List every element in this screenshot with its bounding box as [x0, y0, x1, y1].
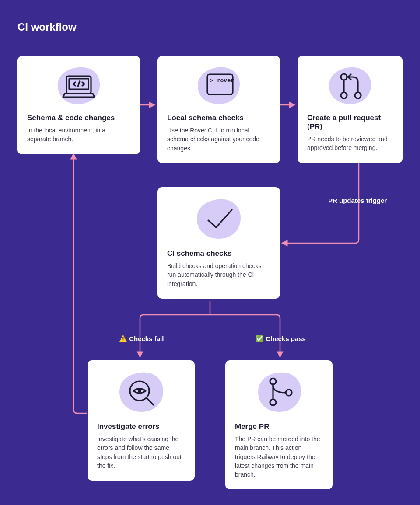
- label-text: Checks pass: [266, 335, 306, 342]
- card-create-pr: Create a pull request (PR) PR needs to b…: [298, 56, 402, 163]
- label-checks-pass: ✅ Checks pass: [256, 335, 306, 343]
- label-pr-trigger: PR updates trigger: [328, 197, 387, 204]
- card-title: Create a pull request (PR): [307, 114, 393, 131]
- rover-text: > rover: [210, 77, 234, 84]
- card-desc: Build checks and operation checks run au…: [167, 261, 270, 288]
- card-desc: PR needs to be reviewed and approved bef…: [307, 135, 393, 153]
- warning-icon: ⚠️: [119, 335, 127, 342]
- label-checks-fail: ⚠️ Checks fail: [119, 335, 164, 343]
- card-title: Merge PR: [235, 422, 323, 431]
- label-text: Checks fail: [129, 335, 164, 342]
- card-ci-checks: CI schema checks Build checks and operat…: [158, 187, 280, 299]
- card-desc: Use the Rover CLI to run local schema ch…: [167, 126, 270, 153]
- card-title: Local schema checks: [167, 114, 270, 122]
- checkmark-icon: [167, 195, 270, 245]
- merge-icon: [235, 368, 323, 418]
- laptop-code-icon: [27, 64, 130, 109]
- card-desc: The PR can be merged into the main branc…: [235, 435, 323, 479]
- card-title: CI schema checks: [167, 249, 270, 258]
- card-title: Investigate errors: [97, 422, 185, 431]
- check-icon: ✅: [256, 335, 264, 342]
- card-merge: Merge PR The PR can be merged into the m…: [225, 360, 332, 489]
- card-desc: Investigate what's causing the errors an…: [97, 435, 185, 470]
- pull-request-icon: [307, 64, 393, 109]
- svg-point-7: [138, 389, 141, 393]
- diagram-title: CI workflow: [18, 21, 77, 33]
- card-title: Schema & code changes: [27, 114, 130, 122]
- card-local-checks: > rover Local schema checks Use the Rove…: [158, 56, 280, 163]
- card-desc: In the local environment, in a separate …: [27, 126, 130, 144]
- card-schema-changes: Schema & code changes In the local envir…: [18, 56, 140, 154]
- card-investigate: Investigate errors Investigate what's ca…: [88, 360, 195, 481]
- magnify-eye-icon: [97, 368, 185, 418]
- terminal-rover-icon: > rover: [167, 64, 270, 109]
